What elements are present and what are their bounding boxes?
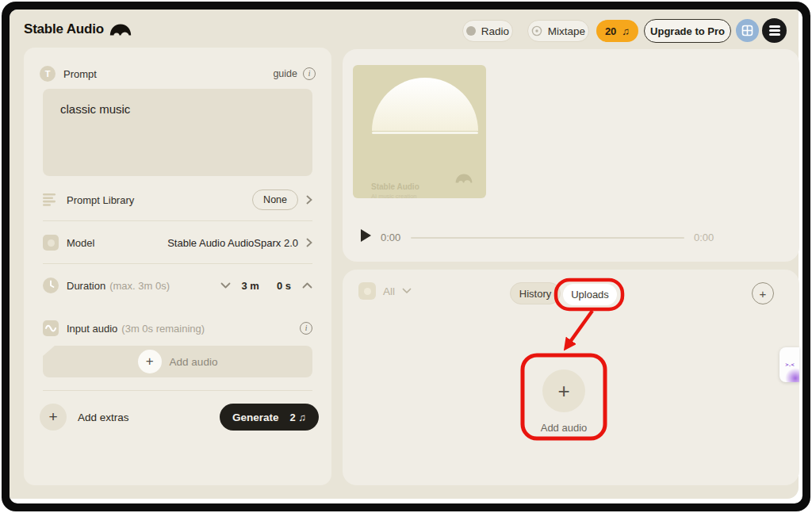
duration-hint: (max. 3m 0s) [109, 280, 170, 292]
menu-button[interactable] [762, 18, 787, 43]
generate-cost: 2 ♫ [289, 412, 306, 423]
duration-label: Duration [67, 280, 105, 292]
duration-row: Duration (max. 3m 0s) 3 m 0 s [43, 273, 312, 298]
apps-grid-button[interactable] [736, 19, 759, 42]
radio-label: Radio [481, 25, 509, 37]
chevron-right-icon [306, 238, 312, 247]
add-audio-label: Add audio [170, 356, 218, 368]
prompt-info-icon[interactable]: i [303, 67, 316, 80]
album-subtitle: AI music creation [371, 193, 417, 198]
input-audio-info-icon[interactable]: i [300, 322, 312, 335]
current-time: 0:00 [381, 232, 400, 243]
generate-button[interactable]: Generate 2 ♫ [220, 404, 319, 431]
library-add-button[interactable]: + [752, 282, 774, 304]
library-card: All History Uploads + + Add audio [343, 270, 799, 485]
panel-footer: + Add extras Generate 2 ♫ [40, 403, 319, 431]
plus-icon: + [138, 350, 162, 373]
duration-seconds-value[interactable]: 0 s [277, 280, 291, 292]
upgrade-label: Upgrade to Pro [650, 25, 725, 37]
divider [43, 220, 312, 221]
screenshot-frame: Stable Audio Radio Mixtape 20 ♫ Upgrade … [2, 2, 810, 511]
app-background: Stable Audio Radio Mixtape 20 ♫ Upgrade … [10, 10, 799, 499]
upgrade-to-pro-button[interactable]: Upgrade to Pro [644, 19, 731, 43]
plus-icon: + [542, 369, 585, 412]
dome-logo-icon [455, 174, 473, 183]
filter-label: All [383, 285, 395, 297]
add-audio-tile[interactable]: + Add audio [523, 362, 605, 434]
clock-icon [43, 278, 59, 293]
chevron-down-icon [402, 288, 412, 294]
add-audio-tile-label: Add audio [523, 422, 605, 434]
divider [43, 390, 312, 391]
collapsed-extension-tab[interactable]: ＞.＜ [779, 347, 799, 382]
extension-face-label: ＞.＜ [784, 361, 795, 369]
model-label: Model [67, 237, 94, 249]
duration-decrease-chevron-icon[interactable] [220, 282, 231, 289]
mixtape-icon [531, 25, 542, 36]
model-value: Stable Audio AudioSparx 2.0 [167, 237, 298, 249]
credits-count: 20 [605, 25, 616, 37]
prompt-label: Prompt [63, 68, 97, 80]
prompt-library-value: None [252, 190, 298, 210]
duration-increase-chevron-icon[interactable] [302, 282, 312, 289]
filter-dropdown[interactable]: All [358, 282, 412, 300]
prompt-library-row[interactable]: Prompt Library None [43, 187, 312, 212]
prompt-header: T Prompt guide i [40, 65, 316, 82]
tab-uploads[interactable]: Uploads [563, 284, 617, 305]
album-dome-graphic [372, 78, 478, 131]
guide-link[interactable]: guide [273, 68, 297, 79]
music-note-icon: ♫ [622, 25, 630, 37]
credits-badge[interactable]: 20 ♫ [596, 20, 638, 42]
dome-logo-icon [109, 24, 132, 36]
chevron-right-icon [306, 195, 312, 205]
add-extras-plus-icon[interactable]: + [40, 404, 67, 431]
add-extras-label[interactable]: Add extras [78, 412, 129, 423]
album-dome-baseline [372, 132, 478, 134]
list-lines-icon [43, 193, 59, 207]
add-input-audio-button[interactable]: + Add audio [43, 346, 312, 377]
mixtape-button[interactable]: Mixtape [527, 20, 589, 42]
play-button[interactable] [361, 229, 371, 242]
prompt-input[interactable]: classic music [43, 89, 312, 176]
generation-panel: T Prompt guide i classic music Prompt Li… [24, 48, 331, 485]
audio-wave-icon [43, 320, 59, 336]
model-icon [43, 235, 59, 251]
input-audio-hint: (3m 0s remaining) [121, 323, 205, 335]
duration-minutes-value[interactable]: 3 m [242, 280, 259, 292]
divider [43, 263, 312, 264]
prompt-library-label: Prompt Library [67, 194, 134, 206]
input-audio-row: Input audio (3m 0s remaining) i [43, 316, 312, 341]
album-title: Stable Audio [371, 182, 419, 191]
player-card: Stable Audio AI music creation 0:00 0:00 [343, 49, 799, 262]
page: Stable Audio Radio Mixtape 20 ♫ Upgrade … [10, 10, 802, 503]
seek-bar[interactable] [411, 237, 684, 239]
prompt-text-icon: T [40, 66, 56, 82]
radio-button[interactable]: Radio [462, 20, 513, 42]
hamburger-icon [769, 25, 780, 36]
brand-name: Stable Audio [24, 21, 104, 37]
music-note-icon: ♫ [298, 412, 306, 423]
brand-logo: Stable Audio [24, 21, 132, 37]
tab-history[interactable]: History [510, 282, 561, 304]
radio-icon [466, 26, 476, 36]
input-audio-label: Input audio [67, 323, 117, 335]
album-art: Stable Audio AI music creation [353, 65, 486, 198]
generate-label: Generate [232, 412, 279, 423]
grid-icon [741, 25, 753, 36]
filter-icon [358, 282, 376, 300]
mixtape-label: Mixtape [548, 25, 585, 37]
model-row[interactable]: Model Stable Audio AudioSparx 2.0 [43, 230, 312, 255]
total-time: 0:00 [694, 232, 714, 243]
